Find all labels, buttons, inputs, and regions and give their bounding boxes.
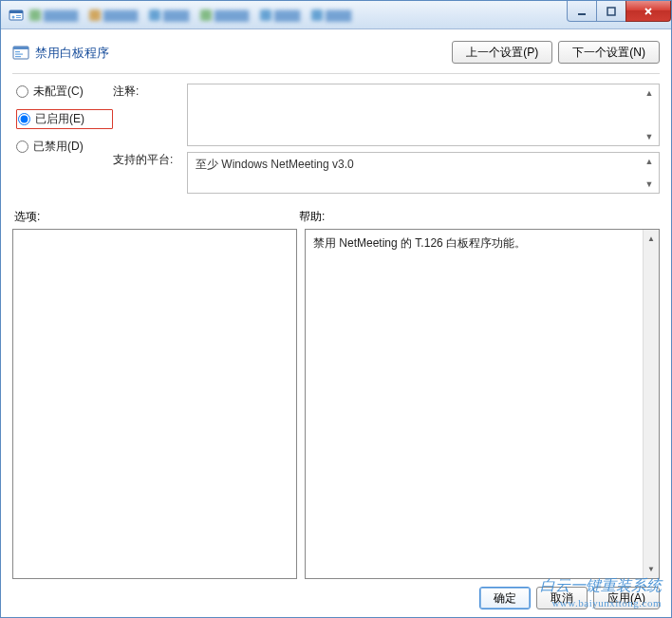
svg-rect-6 — [607, 8, 615, 15]
scroll-up-icon[interactable]: ▲ — [644, 232, 659, 246]
policy-title-row: 禁用白板程序 — [12, 39, 109, 62]
radio-not-configured[interactable]: 未配置(C) — [16, 84, 113, 100]
svg-rect-8 — [13, 47, 28, 49]
scroll-down-icon[interactable]: ▼ — [642, 129, 657, 144]
comment-label: 注释: — [113, 84, 187, 100]
svg-rect-4 — [16, 17, 21, 18]
radio-enabled[interactable]: 已启用(E) — [16, 109, 113, 129]
minimize-button[interactable] — [567, 1, 597, 22]
supported-platform-box: 至少 Windows NetMeeting v3.0 ▲ ▼ — [187, 152, 660, 194]
state-radio-group: 未配置(C) 已启用(E) 已禁用(D) — [12, 84, 113, 155]
apply-button[interactable]: 应用(A) — [593, 587, 660, 609]
radio-disabled-input[interactable] — [16, 140, 28, 153]
ok-button[interactable]: 确定 — [479, 587, 531, 609]
radio-label: 未配置(C) — [33, 84, 84, 100]
svg-point-2 — [12, 15, 15, 18]
scrollbar[interactable]: ▲ ▼ — [643, 230, 659, 578]
maximize-button[interactable] — [596, 1, 626, 22]
platform-text: 至少 Windows NetMeeting v3.0 — [196, 158, 354, 171]
radio-label: 已启用(E) — [35, 111, 84, 127]
window-icon — [9, 8, 24, 23]
cancel-button[interactable]: 取消 — [536, 587, 588, 609]
previous-setting-button[interactable]: 上一个设置(P) — [452, 41, 552, 64]
client-area: 禁用白板程序 上一个设置(P) 下一个设置(N) 未配置(C) — [1, 29, 671, 617]
help-text: 禁用 NetMeeting 的 T.126 白板程序功能。 — [313, 236, 526, 250]
policy-editor-window: ▇▇▇▇ ▇▇▇▇ ▇▇▇ ▇▇▇▇ ▇▇▇ ▇▇▇ 禁用 — [0, 0, 672, 618]
options-pane — [12, 229, 297, 579]
platform-label: 支持的平台: — [113, 152, 187, 168]
scroll-up-icon[interactable]: ▲ — [642, 85, 657, 101]
options-label: 选项: — [12, 209, 297, 225]
svg-rect-5 — [578, 13, 586, 15]
radio-enabled-input[interactable] — [18, 113, 30, 125]
window-controls — [568, 1, 671, 22]
svg-rect-10 — [15, 54, 23, 55]
radio-label: 已禁用(D) — [33, 139, 84, 155]
comment-textbox[interactable]: ▲ ▼ — [187, 84, 660, 146]
radio-not-configured-input[interactable] — [16, 85, 28, 98]
svg-rect-11 — [15, 56, 21, 57]
svg-rect-1 — [9, 10, 23, 13]
policy-icon — [12, 45, 29, 62]
titlebar: ▇▇▇▇ ▇▇▇▇ ▇▇▇ ▇▇▇▇ ▇▇▇ ▇▇▇ — [1, 1, 671, 29]
help-pane: 禁用 NetMeeting 的 T.126 白板程序功能。 ▲ ▼ — [305, 229, 660, 579]
scroll-up-icon[interactable]: ▲ — [642, 154, 657, 169]
svg-rect-3 — [16, 15, 21, 16]
svg-rect-9 — [15, 51, 20, 52]
scroll-down-icon[interactable]: ▼ — [644, 562, 659, 576]
radio-disabled[interactable]: 已禁用(D) — [16, 139, 113, 155]
divider — [12, 73, 660, 74]
titlebar-blur-tabs: ▇▇▇▇ ▇▇▇▇ ▇▇▇ ▇▇▇▇ ▇▇▇ ▇▇▇ — [29, 9, 351, 22]
help-label: 帮助: — [297, 209, 660, 225]
close-button[interactable] — [625, 1, 671, 22]
next-setting-button[interactable]: 下一个设置(N) — [558, 41, 660, 64]
policy-title: 禁用白板程序 — [35, 45, 109, 62]
scroll-down-icon[interactable]: ▼ — [642, 177, 657, 192]
